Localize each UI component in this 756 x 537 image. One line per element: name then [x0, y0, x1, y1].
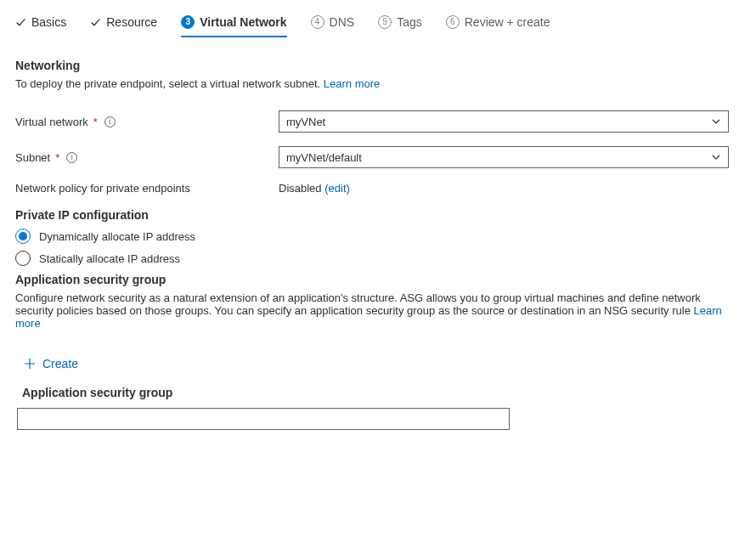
radio-label: Dynamically allocate IP address	[39, 230, 195, 243]
tab-label: Resource	[106, 15, 157, 29]
tab-label: Tags	[397, 15, 422, 29]
info-icon[interactable]: i	[66, 152, 77, 163]
asg-dropdown[interactable]	[17, 408, 510, 430]
info-icon[interactable]: i	[104, 116, 116, 127]
chevron-down-icon	[711, 116, 721, 127]
plus-icon	[24, 358, 36, 370]
subnet-row: Subnet * i myVNet/default	[15, 146, 741, 168]
network-policy-value: Disabled (edit)	[279, 182, 350, 195]
tab-label: Review + create	[465, 15, 550, 29]
check-icon	[90, 17, 101, 28]
subnet-label: Subnet * i	[15, 151, 279, 164]
virtual-network-label: Virtual network * i	[15, 116, 279, 128]
network-policy-row: Network policy for private endpoints Dis…	[15, 182, 741, 195]
virtual-network-row: Virtual network * i myVNet	[15, 110, 741, 133]
step-number-icon: 6	[446, 15, 460, 29]
required-indicator: *	[93, 116, 98, 128]
policy-value-text: Disabled	[279, 182, 322, 195]
check-icon	[15, 17, 26, 28]
radio-icon	[15, 229, 31, 244]
step-number-icon: 5	[378, 15, 392, 29]
ip-config-title: Private IP configuration	[15, 208, 741, 222]
asg-dropdown-label: Application security group	[22, 386, 741, 399]
networking-description: To deploy the private endpoint, select a…	[15, 77, 741, 90]
asg-title: Application security group	[15, 273, 741, 286]
step-number-icon: 4	[311, 15, 324, 29]
network-policy-edit-link[interactable]: (edit)	[324, 182, 350, 195]
tab-basics[interactable]: Basics	[15, 10, 66, 36]
wizard-tabs: Basics Resource 3 Virtual Network 4 DNS …	[15, 10, 741, 37]
networking-desc-text: To deploy the private endpoint, select a…	[15, 77, 324, 90]
tab-label: Virtual Network	[200, 15, 286, 29]
tab-resource[interactable]: Resource	[90, 10, 157, 36]
tab-label: Basics	[31, 15, 66, 29]
required-indicator: *	[55, 151, 59, 164]
chevron-down-icon	[711, 152, 721, 162]
step-number-icon: 3	[181, 15, 195, 29]
tab-tags[interactable]: 5 Tags	[378, 10, 422, 36]
tab-dns[interactable]: 4 DNS	[311, 10, 355, 36]
radio-label: Statically allocate IP address	[39, 252, 180, 265]
label-text: Subnet	[15, 151, 50, 164]
virtual-network-dropdown[interactable]: myVNet	[279, 110, 729, 133]
networking-learn-more-link[interactable]: Learn more	[324, 77, 380, 90]
create-label: Create	[42, 357, 78, 370]
subnet-dropdown[interactable]: myVNet/default	[279, 146, 729, 168]
tab-review-create[interactable]: 6 Review + create	[446, 10, 550, 36]
tab-label: DNS	[330, 15, 355, 29]
label-text: Virtual network	[15, 116, 88, 128]
radio-icon	[15, 251, 31, 266]
dropdown-value: myVNet	[286, 116, 325, 128]
networking-title: Networking	[15, 59, 741, 72]
network-policy-label: Network policy for private endpoints	[15, 182, 279, 195]
tab-virtual-network[interactable]: 3 Virtual Network	[181, 10, 286, 37]
radio-static-ip[interactable]: Statically allocate IP address	[15, 251, 741, 266]
asg-desc-text: Configure network security as a natural …	[15, 291, 701, 317]
asg-description: Configure network security as a natural …	[15, 291, 741, 330]
dropdown-value: myVNet/default	[286, 151, 362, 164]
asg-create-button[interactable]: Create	[19, 353, 83, 374]
radio-dynamic-ip[interactable]: Dynamically allocate IP address	[15, 229, 741, 244]
